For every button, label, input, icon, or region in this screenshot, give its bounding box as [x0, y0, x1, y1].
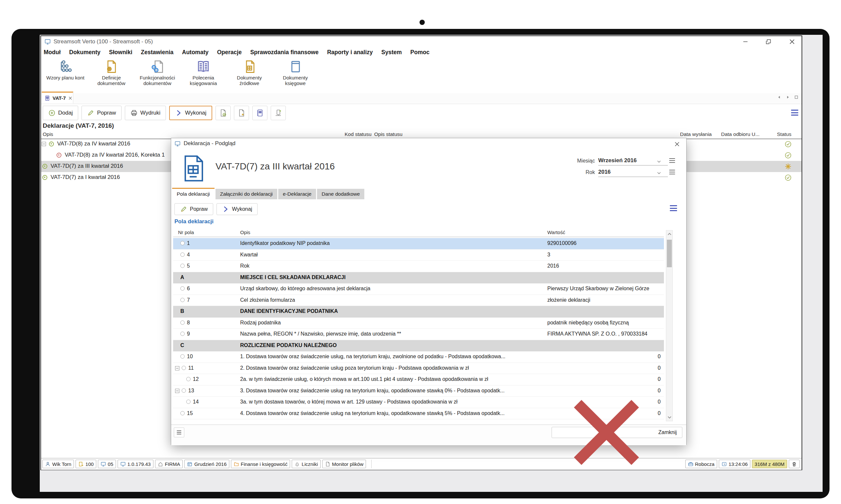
field-row[interactable]: 9Nazwa pełna, REGON * / Nazwisko, pierws…: [173, 329, 664, 340]
list-menu-icon[interactable]: [791, 110, 798, 115]
popraw-button[interactable]: Popraw: [82, 106, 122, 120]
column-header[interactable]: Kod statusu: [345, 131, 371, 137]
dialog-tab-załączniki-do-deklaracji[interactable]: Załączniki do deklaracji: [215, 189, 277, 199]
column-header[interactable]: Data odbioru U...: [721, 131, 759, 137]
tab-vat7[interactable]: VAT-7: [42, 92, 73, 104]
toolbar-funkcjonalności-dokumentów[interactable]: Funkcjonalności dokumentów: [138, 58, 177, 93]
radio-icon[interactable]: [180, 321, 185, 325]
field-row[interactable]: 8Rodzaj podatnikapodatnik niebędący osob…: [173, 318, 664, 329]
toolbar-definicje-dokumentów[interactable]: Definicje dokumentów: [92, 58, 131, 93]
menu-raporty-i-analizy[interactable]: Raporty i analizy: [327, 49, 373, 56]
status-robocza[interactable]: Robocza: [685, 460, 717, 468]
field-row[interactable]: 1Identyfikator podatkowy NIP podatnika92…: [173, 238, 664, 250]
radio-icon[interactable]: [180, 298, 185, 302]
dialog-table-menu-icon[interactable]: [670, 205, 677, 211]
chevron-down-icon[interactable]: [657, 171, 661, 175]
maximize-button[interactable]: [765, 38, 772, 45]
send-button[interactable]: [271, 106, 286, 120]
radio-icon[interactable]: [180, 354, 185, 359]
tab-scroll-right-icon[interactable]: [786, 95, 790, 99]
field-column-header[interactable]: Nr pola: [178, 230, 194, 235]
dodaj-button[interactable]: Dodaj: [43, 106, 78, 120]
field-row[interactable]: 112. Dostawa towarów oraz świadczenie us…: [173, 363, 664, 374]
radio-icon[interactable]: [180, 286, 185, 291]
toolbar-wzory-planu-kont[interactable]: Wzory planu kont: [46, 58, 85, 93]
doc-register-button[interactable]: [252, 106, 267, 120]
status-finanse-i-księgowość[interactable]: Finanse i księgowość: [231, 460, 291, 468]
field-row[interactable]: 4Kwartał3: [173, 250, 664, 261]
status-wik-torn[interactable]: Wik Torn: [42, 460, 74, 468]
scroll-down-icon[interactable]: [667, 415, 672, 420]
dialog-tab-pola-deklaracji[interactable]: Pola deklaracji: [172, 188, 214, 199]
menu-s-owniki[interactable]: Słowniki: [109, 49, 133, 56]
field-row[interactable]: 101. Dostawa towarów oraz świadczenie us…: [173, 351, 664, 363]
status-firma[interactable]: FIRMA: [155, 460, 183, 468]
tab-scroll-left-icon[interactable]: [777, 95, 781, 99]
chevron-down-icon[interactable]: [657, 159, 661, 164]
dialog-popraw-button[interactable]: Popraw: [174, 203, 213, 215]
expander-icon[interactable]: [175, 389, 179, 393]
doc-approve-button[interactable]: [215, 106, 231, 120]
expander-icon[interactable]: [175, 366, 179, 371]
radio-icon[interactable]: [180, 264, 185, 268]
dialog-close-icon[interactable]: [674, 141, 680, 147]
dialog-tab-e-deklaracje[interactable]: e-Deklaracje: [278, 189, 316, 199]
status-1-0-179-43[interactable]: 1.0.179.43: [118, 460, 153, 468]
radio-icon[interactable]: [180, 331, 185, 336]
tab-close-icon[interactable]: [68, 96, 73, 101]
wykonaj-button[interactable]: Wykonaj: [169, 106, 212, 120]
column-header[interactable]: Status: [777, 131, 791, 137]
zamknij-button[interactable]: Zamknij: [551, 427, 682, 438]
status-trash-icon[interactable]: [789, 460, 800, 468]
rok-menu-icon[interactable]: [669, 170, 675, 174]
expander-icon[interactable]: [42, 142, 46, 146]
menu-sprawozdania-finansowe[interactable]: Sprawozdania finansowe: [250, 49, 319, 56]
toolbar-polecenia-księgowania[interactable]: Polecenia księgowania: [183, 58, 223, 93]
toolbar-dokumenty-źródłowe[interactable]: Dokumenty źródłowe: [230, 58, 269, 93]
scrollbar[interactable]: [666, 230, 673, 421]
scroll-up-icon[interactable]: [667, 232, 672, 236]
field-row[interactable]: 7Cel złożenia formularzazłożenie deklara…: [173, 295, 664, 306]
section-row[interactable]: AMIEJSCE I CEL SKŁADANIA DEKLARACJI: [173, 272, 664, 284]
radio-icon[interactable]: [180, 252, 185, 257]
wydruki-button[interactable]: Wydruki: [125, 106, 166, 120]
status-monitor-plików[interactable]: Monitor plików: [322, 460, 366, 468]
status-13-24-06[interactable]: 13:24:06: [719, 460, 750, 468]
menu-system[interactable]: System: [381, 49, 402, 56]
status-100[interactable]: 100: [75, 460, 96, 468]
menu-modu-[interactable]: Moduł: [44, 49, 61, 56]
scrollbar-thumb[interactable]: [667, 240, 672, 267]
dialog-menu-button[interactable]: [174, 428, 184, 437]
radio-icon[interactable]: [180, 411, 185, 415]
column-header[interactable]: Opis: [43, 131, 53, 137]
minimize-button[interactable]: [742, 38, 749, 45]
dialog-wykonaj-button[interactable]: Wykonaj: [216, 203, 258, 215]
radio-icon[interactable]: [182, 389, 186, 393]
status-liczniki[interactable]: Liczniki: [292, 460, 320, 468]
dialog-tab-dane-dodatkowe[interactable]: Dane dodatkowe: [317, 189, 364, 199]
status-05[interactable]: 05: [98, 460, 116, 468]
field-row[interactable]: 6Urząd skarbowy, do którego adresowana j…: [173, 283, 664, 295]
close-button[interactable]: [788, 38, 796, 45]
doc-new-button[interactable]: [234, 106, 249, 120]
menu-pomoc[interactable]: Pomoc: [410, 49, 430, 56]
field-row[interactable]: 5Rok2016: [173, 261, 664, 272]
section-row[interactable]: CROZLICZENIE PODATKU NALEŻNEGO: [173, 340, 664, 352]
menu-zestawienia[interactable]: Zestawienia: [141, 49, 173, 56]
radio-icon[interactable]: [182, 366, 186, 370]
miesiac-menu-icon[interactable]: [669, 158, 675, 163]
field-column-header[interactable]: Opis: [240, 230, 250, 235]
radio-icon[interactable]: [186, 400, 191, 404]
menu-automaty[interactable]: Automaty: [182, 49, 209, 56]
section-row[interactable]: BDANE IDENTYFIKACYJNE PODATNIKA: [173, 306, 664, 318]
menu-operacje[interactable]: Operacje: [217, 49, 242, 56]
toolbar-dokumenty-księgowe[interactable]: Dokumenty księgowe: [276, 58, 315, 93]
field-column-header[interactable]: Wartość: [547, 230, 565, 235]
radio-icon[interactable]: [186, 377, 191, 381]
column-header[interactable]: Opis statusu: [374, 131, 402, 137]
radio-icon[interactable]: [180, 241, 185, 245]
column-header[interactable]: Data wysłania: [680, 131, 712, 137]
menu-dokumenty[interactable]: Dokumenty: [69, 49, 101, 56]
status-grudzień-2016[interactable]: Grudzień 2016: [184, 460, 229, 468]
tab-list-icon[interactable]: [794, 95, 798, 99]
